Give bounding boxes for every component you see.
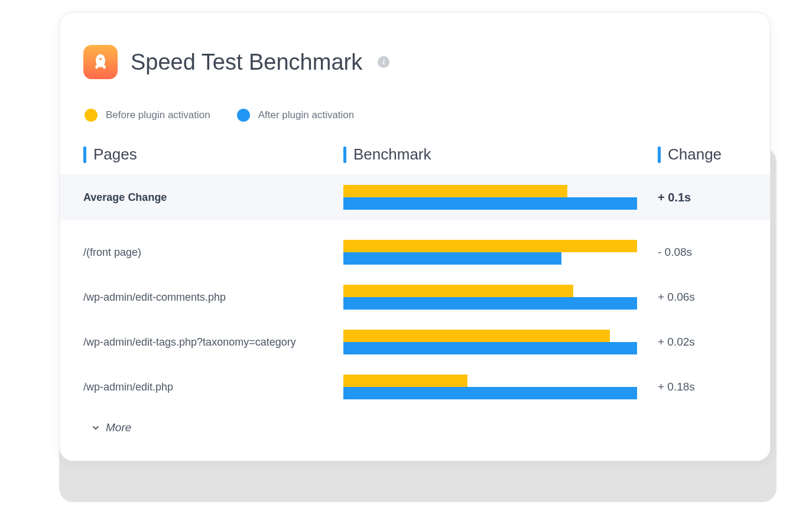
bar-before [343, 240, 637, 252]
legend-label-before: Before plugin activation [106, 109, 210, 121]
row-label: /wp-admin/edit-comments.php [83, 289, 343, 305]
col-title-benchmark: Benchmark [343, 145, 646, 164]
col-marker [83, 147, 86, 163]
legend-item-after: After plugin activation [237, 109, 355, 122]
col-marker [658, 147, 661, 163]
rocket-icon [83, 45, 118, 79]
row-change: - 0.08s [646, 246, 746, 259]
row-label: /wp-admin/edit-tags.php?taxonomy=categor… [83, 334, 343, 350]
row-bars [343, 185, 646, 210]
bar-after [343, 387, 637, 399]
col-label-benchmark: Benchmark [353, 145, 431, 164]
table-row: /wp-admin/edit-comments.php+ 0.06s [83, 275, 746, 320]
more-label: More [106, 421, 131, 434]
row-bars [343, 285, 646, 310]
legend-label-after: After plugin activation [258, 109, 355, 121]
bar-before [343, 185, 567, 197]
row-bars [343, 240, 646, 265]
col-title-change: Change [658, 145, 746, 164]
table-row: Average Change+ 0.1s [60, 174, 770, 220]
page-title: Speed Test Benchmark [131, 50, 362, 75]
row-label: /(front page) [83, 245, 343, 261]
chevron-down-icon [90, 422, 101, 433]
row-bars [343, 375, 646, 399]
bar-before [343, 330, 610, 342]
row-change: + 0.1s [646, 191, 746, 204]
bar-before [343, 285, 573, 297]
row-label: /wp-admin/edit.php [83, 379, 343, 395]
row-bars [343, 330, 646, 354]
bar-after [343, 342, 637, 354]
col-label-change: Change [668, 145, 722, 164]
bar-before [343, 375, 467, 387]
col-label-pages: Pages [93, 145, 137, 164]
bar-after [343, 197, 637, 210]
columns-header: Pages Benchmark Change [83, 145, 746, 164]
info-icon[interactable]: i [378, 56, 389, 68]
benchmark-card: Speed Test Benchmark i Before plugin act… [59, 12, 771, 461]
legend-item-before: Before plugin activation [85, 109, 210, 122]
more-toggle[interactable]: More [83, 421, 746, 434]
row-label: Average Change [83, 190, 343, 206]
table-row: /wp-admin/edit-tags.php?taxonomy=categor… [83, 320, 746, 364]
row-change: + 0.06s [646, 291, 746, 304]
bar-after [343, 297, 637, 310]
table-row: /(front page)- 0.08s [83, 230, 746, 275]
col-marker [343, 147, 346, 163]
row-change: + 0.02s [646, 336, 746, 349]
row-change: + 0.18s [646, 380, 746, 393]
col-title-pages: Pages [83, 145, 343, 164]
legend: Before plugin activation After plugin ac… [83, 109, 746, 122]
rows-container: Average Change+ 0.1s/(front page)- 0.08s… [83, 174, 746, 409]
legend-dot-after [237, 109, 250, 122]
table-row: /wp-admin/edit.php+ 0.18s [83, 364, 746, 409]
legend-dot-before [85, 109, 98, 122]
bar-after [343, 252, 561, 265]
card-header: Speed Test Benchmark i [83, 45, 746, 79]
